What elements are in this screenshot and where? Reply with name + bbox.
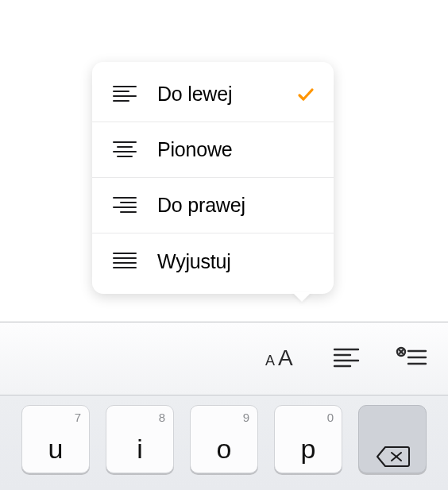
list-indent-icon bbox=[396, 346, 427, 368]
format-toolbar: A A bbox=[0, 322, 448, 395]
align-left-icon bbox=[111, 81, 138, 108]
menu-item-label: Do lewej bbox=[157, 83, 294, 106]
key-main-label: p bbox=[301, 434, 316, 465]
key-alt-label: 8 bbox=[159, 411, 165, 424]
key-alt-label: 7 bbox=[75, 411, 81, 424]
key-i[interactable]: 8 i bbox=[106, 405, 174, 473]
keyboard: 7 u 8 i 9 o 0 p bbox=[0, 395, 448, 490]
key-alt-label: 9 bbox=[243, 411, 249, 424]
key-alt-label: 0 bbox=[327, 411, 334, 424]
backspace-icon bbox=[374, 444, 411, 469]
align-right-icon bbox=[111, 192, 138, 219]
alignment-popover: Do lewej Pionowe bbox=[92, 62, 334, 294]
menu-item-align-left[interactable]: Do lewej bbox=[92, 67, 334, 122]
menu-item-label: Pionowe bbox=[157, 138, 318, 161]
align-left-toolbar-icon bbox=[333, 347, 360, 368]
alignment-button[interactable] bbox=[327, 340, 365, 375]
menu-item-align-justify[interactable]: Wyjustuj bbox=[92, 233, 334, 289]
key-u[interactable]: 7 u bbox=[21, 405, 90, 473]
menu-item-align-center[interactable]: Pionowe bbox=[92, 122, 334, 178]
text-size-button[interactable]: A A bbox=[262, 340, 300, 375]
menu-item-align-right[interactable]: Do prawej bbox=[92, 178, 334, 233]
key-main-label: u bbox=[48, 434, 64, 465]
align-justify-icon bbox=[111, 248, 138, 275]
key-p[interactable]: 0 p bbox=[274, 405, 342, 473]
key-main-label: o bbox=[217, 434, 232, 465]
key-o[interactable]: 9 o bbox=[190, 405, 258, 473]
list-indent-button[interactable] bbox=[392, 340, 431, 375]
svg-text:A: A bbox=[265, 353, 275, 368]
checkmark-icon bbox=[294, 85, 318, 104]
svg-text:A: A bbox=[278, 345, 293, 370]
text-size-icon: A A bbox=[264, 345, 299, 370]
menu-item-label: Wyjustuj bbox=[157, 250, 318, 273]
key-main-label: i bbox=[137, 434, 143, 465]
key-backspace[interactable] bbox=[358, 405, 427, 473]
menu-item-label: Do prawej bbox=[157, 194, 318, 217]
align-center-icon bbox=[111, 137, 138, 164]
